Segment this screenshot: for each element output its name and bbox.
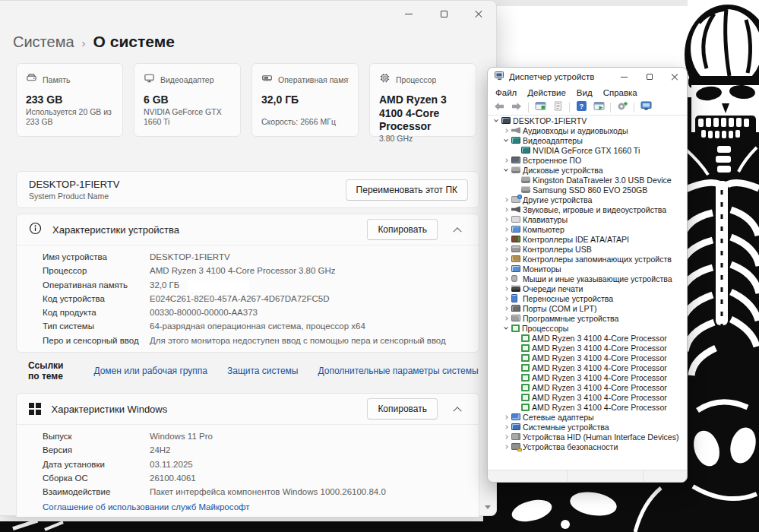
chevron-right-icon[interactable] [502,416,510,419]
services-agreement-link[interactable]: Соглашение об использовании служб Майкро… [43,502,250,511]
chevron-down-icon[interactable] [502,139,510,142]
chevron-down-icon[interactable] [492,119,500,122]
tree-item[interactable]: Kingston DataTraveler 3.0 USB Device [488,175,687,185]
forward-button[interactable] [509,101,524,114]
chevron-right-icon[interactable] [502,445,510,448]
tree-item[interactable]: Встроенное ПО [488,155,687,165]
tree-item[interactable]: AMD Ryzen 3 4100 4-Core Processor [488,372,687,382]
summary-card[interactable]: Память233 GBИспользуется 20 GB из 233 GB [16,63,123,137]
tree-item[interactable]: Контроллеры IDE ATA/ATAPI [488,234,687,244]
tree-item[interactable]: Контроллеры запоминающих устройств [488,254,687,264]
close-button[interactable] [461,1,496,27]
copy-windows-specs-button[interactable]: Копировать [367,398,438,420]
tree-item-label: Контроллеры IDE ATA/ATAPI [523,235,629,244]
device-specs-card: Характеристики устройства Копировать Имя… [16,214,479,353]
tree-item[interactable]: Аудиовходы и аудиовыходы [488,125,687,135]
maximize-button[interactable] [426,1,461,27]
menu-item-3[interactable]: Вид [572,87,597,98]
breadcrumb-parent[interactable]: Система [13,33,74,51]
audio-icon [511,127,520,134]
scan-hardware-button[interactable] [615,101,630,114]
menu-item-4[interactable]: Справка [599,87,642,98]
tree-item[interactable]: DESKTOP-1FIERTV [488,116,687,125]
tree-item[interactable]: Компьютер [488,224,687,234]
maximize-button[interactable] [637,68,662,86]
chevron-right-icon[interactable] [502,208,510,211]
chevron-right-icon[interactable] [502,258,510,261]
tree-item[interactable]: AMD Ryzen 3 4100 4-Core Processor [488,333,687,343]
chevron-right-icon[interactable] [502,248,510,251]
chevron-right-icon[interactable] [502,268,510,271]
tree-item[interactable]: Устройства безопасности [488,442,687,451]
chevron-right-icon[interactable] [502,426,510,429]
tree-item[interactable]: AMD Ryzen 3 4100 4-Core Processor [488,402,687,412]
console-tree-button[interactable] [533,101,548,114]
tree-item[interactable]: Мыши и иные указывающие устройства [488,274,687,283]
chevron-right-icon[interactable] [502,228,510,231]
tree-item[interactable]: Системные устройства [488,422,687,432]
tree-item[interactable]: AMD Ryzen 3 4100 4-Core Processor [488,353,687,363]
chevron-right-icon[interactable] [502,307,510,310]
minimize-button[interactable] [391,1,426,27]
tree-item[interactable]: Клавиатуры [488,214,687,224]
scrollbar-down-arrow[interactable] [485,505,491,509]
summary-card[interactable]: ПроцессорAMD Ryzen 3 4100 4-Core Process… [369,63,476,137]
tree-item[interactable]: Очереди печати [488,283,687,293]
help-button[interactable]: ? [574,101,589,114]
back-button[interactable] [492,101,507,114]
action-pane-button[interactable] [591,101,606,114]
tree-item[interactable]: Процессоры [488,323,687,333]
chevron-right-icon[interactable] [502,198,510,201]
chevron-down-icon[interactable] [502,327,510,330]
rename-pc-button[interactable]: Переименовать этот ПК [346,179,468,201]
tree-item[interactable]: Дисковые устройства [488,165,687,175]
chevron-down-icon[interactable] [502,169,510,172]
summary-card-label: Оперативная память [278,75,349,84]
breadcrumb-separator-icon: › [82,36,86,49]
device-monitor-button[interactable] [638,101,653,114]
related-link[interactable]: Защита системы [227,366,298,376]
chevron-right-icon[interactable] [502,297,510,300]
chevron-right-icon[interactable] [502,159,510,162]
export-list-button[interactable] [550,101,565,114]
tree-item[interactable]: NVIDIA GeForce GTX 1660 Ti [488,145,687,155]
tree-item[interactable]: Звуковые, игровые и видеоустройства [488,204,687,214]
menu-item-1[interactable]: Файл [491,87,521,98]
tree-item[interactable]: Samsung SSD 860 EVO 250GB [488,185,687,195]
settings-titlebar [0,1,496,27]
tree-item[interactable]: Устройства HID (Human Interface Devices) [488,432,687,442]
menu-item-2[interactable]: Действие [523,87,571,98]
tree-item[interactable]: AMD Ryzen 3 4100 4-Core Processor [488,363,687,372]
tree-item[interactable]: Контроллеры USB [488,244,687,254]
tree-item[interactable]: Мониторы [488,264,687,274]
device-specs-header[interactable]: Характеристики устройства Копировать [17,214,479,245]
collapse-chevron-icon[interactable] [453,407,461,415]
related-link[interactable]: Дополнительные параметры системы [318,366,478,376]
chevron-right-icon[interactable] [502,287,510,290]
chevron-right-icon[interactable] [502,129,510,132]
tree-item[interactable]: Другие устройства [488,195,687,204]
minimize-button[interactable] [612,68,637,86]
sound-icon [511,206,520,213]
copy-device-specs-button[interactable]: Копировать [367,219,438,240]
windows-specs-header[interactable]: Характеристики Windows Копировать [17,394,479,425]
tree-item[interactable]: Программные устройства [488,313,687,323]
tree-item[interactable]: Видеоадаптеры [488,135,687,145]
tree-item[interactable]: AMD Ryzen 3 4100 4-Core Processor [488,343,687,353]
summary-card[interactable]: Видеоадаптер6 GBNVIDIA GeForce GTX 1660 … [134,63,241,137]
tree-item[interactable]: Переносные устройства [488,293,687,303]
tree-item[interactable]: Порты (COM и LPT) [488,303,687,313]
close-button[interactable] [662,68,687,86]
tree-item[interactable]: AMD Ryzen 3 4100 4-Core Processor [488,382,687,392]
collapse-chevron-icon[interactable] [453,227,461,236]
chevron-right-icon[interactable] [502,277,510,280]
tree-item[interactable]: Сетевые адаптеры [488,412,687,422]
tree-item[interactable]: AMD Ryzen 3 4100 4-Core Processor [488,392,687,402]
chevron-right-icon[interactable] [502,317,510,320]
chevron-right-icon[interactable] [502,435,510,439]
spec-value: 26100.4061 [150,473,196,483]
related-link[interactable]: Домен или рабочая группа [93,366,207,376]
chevron-right-icon[interactable] [502,238,510,241]
chevron-right-icon[interactable] [502,218,510,221]
summary-card[interactable]: Оперативная память32,0 ГБСкорость: 2666 … [251,63,359,137]
